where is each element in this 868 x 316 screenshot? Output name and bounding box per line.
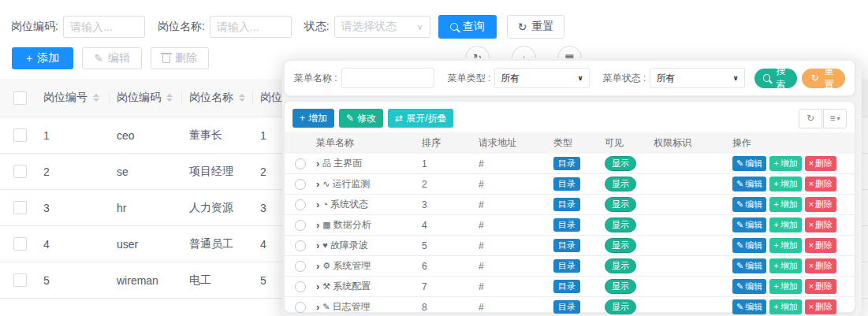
menu-name-input[interactable] [341,68,434,88]
sort-icon[interactable] [239,94,245,102]
menu-type-select[interactable]: 所有 ∨ [494,68,589,88]
cross-icon: × [809,260,814,271]
row-radio[interactable] [295,220,306,231]
header-menu-name: 菜单名称 [316,136,417,150]
row-radio[interactable] [295,302,306,313]
menu-reset-label: 重置 [821,65,836,91]
table-columns-button[interactable]: ≡ ▾ [823,109,847,128]
row-checkbox[interactable] [13,237,27,251]
row-add-button[interactable]: + 增加 [769,279,801,293]
posts-filter-bar: 岗位编码: 岗位名称: 状态: 请选择状态 ∨ 查询 ↻ 重置 [11,15,564,39]
post-code-input[interactable] [63,16,145,38]
row-radio[interactable] [295,158,306,169]
cross-icon: × [809,281,814,292]
plus-icon: + [773,199,778,210]
tree-expand-icon[interactable]: › [316,220,319,230]
order-cell: 7 [417,281,474,292]
tree-expand-icon[interactable]: › [316,179,319,189]
pencil-icon: ✎ [736,199,743,210]
menu-search-button[interactable]: 搜索 [754,69,798,88]
tree-expand-icon[interactable]: › [316,302,319,312]
row-add-button[interactable]: + 增加 [769,258,801,273]
row-edit-button[interactable]: ✎ 编辑 [732,197,766,211]
tree-expand-icon[interactable]: › [316,261,319,271]
select-all-checkbox[interactable] [13,91,27,105]
row-edit-button[interactable]: ✎ 编辑 [732,238,766,252]
header-post-id[interactable]: 岗位编号 [35,79,109,117]
delete-button[interactable]: 删除 [151,47,209,69]
row-add-button[interactable]: + 增加 [769,177,801,191]
tree-expand-icon[interactable]: › [316,281,319,292]
row-delete-button[interactable]: × 删除 [805,279,836,293]
sort-icon[interactable] [166,94,173,102]
search-button[interactable]: 查询 [438,15,497,39]
menu-modify-button[interactable]: ✎ 修改 [339,109,383,128]
menu-reset-button[interactable]: ↻ 重置 [802,69,845,88]
header-post-name[interactable]: 岗位名称 [181,79,252,117]
analysis-icon: ▦ [322,221,330,229]
table-refresh-button[interactable]: ↻ [799,109,822,128]
row-delete-button[interactable]: × 删除 [805,217,836,232]
row-radio[interactable] [295,261,306,272]
menu-add-button[interactable]: + 增加 [292,109,334,128]
menu-type-value: 所有 [501,72,520,85]
plus-icon: + [773,240,778,251]
edit-button[interactable]: ✎ 编辑 [82,47,142,69]
row-edit-button[interactable]: ✎ 编辑 [732,279,766,293]
tree-expand-icon[interactable]: › [316,199,319,210]
add-button[interactable]: + 添加 [12,47,73,69]
edit-button-label: 编辑 [108,51,130,65]
tree-expand-icon[interactable]: › [316,240,319,251]
row-add-button[interactable]: + 增加 [769,197,801,211]
url-cell: # [474,220,549,231]
sort-icon[interactable] [93,94,99,102]
header-order: 排序 [417,136,474,150]
row-radio[interactable] [295,199,306,210]
plus-icon: + [773,178,778,189]
order-cell: 1 [417,158,474,169]
row-radio[interactable] [295,281,306,292]
menu-status-select[interactable]: 所有 ∨ [650,68,744,88]
menu-name-cell: 主界面 [333,157,362,170]
plus-icon: + [26,53,32,64]
row-delete-button[interactable]: × 删除 [805,177,836,191]
row-edit-button[interactable]: ✎ 编辑 [732,156,766,170]
row-add-button[interactable]: + 增加 [769,217,801,232]
row-edit-button[interactable]: ✎ 编辑 [732,299,766,314]
row-checkbox[interactable] [13,128,27,142]
status-select[interactable]: 请选择状态 ∨ [334,16,430,38]
plus-icon: + [773,260,778,271]
url-cell: # [474,158,549,169]
row-edit-button[interactable]: ✎ 编辑 [732,217,766,232]
reset-button[interactable]: ↻ 重置 [507,15,565,39]
post-code-cell: user [109,238,181,251]
cross-icon: × [809,240,814,251]
row-delete-button[interactable]: × 删除 [805,156,836,170]
row-delete-button[interactable]: × 删除 [805,238,836,252]
row-add-button[interactable]: + 增加 [769,238,801,252]
row-add-button[interactable]: + 增加 [769,299,801,314]
tree-expand-icon[interactable]: › [316,158,319,169]
cross-icon: × [809,199,814,210]
row-edit-button[interactable]: ✎ 编辑 [732,177,766,191]
row-delete-button[interactable]: × 删除 [805,197,836,211]
row-checkbox[interactable] [13,201,27,214]
row-checkbox[interactable] [13,165,27,178]
header-post-code[interactable]: 岗位编码 [109,79,181,117]
menu-table-header: 菜单名称 排序 请求地址 类型 可见 权限标识 操作 [285,132,855,154]
post-name-input[interactable] [210,16,292,38]
select-all-cell [0,79,35,117]
row-add-button[interactable]: + 增加 [769,156,801,170]
row-edit-button[interactable]: ✎ 编辑 [732,258,766,273]
menu-search-label: 搜索 [773,65,789,91]
menu-table-row: › 品 主界面 1 # 目录 显示 ✎ [285,154,855,174]
row-delete-button[interactable]: × 删除 [805,258,836,273]
config-icon: ⚒ [322,282,330,291]
row-radio[interactable] [295,179,306,190]
expand-collapse-button[interactable]: ⇄ 展开/折叠 [388,109,453,128]
type-badge: 目录 [553,259,580,273]
row-checkbox[interactable] [13,273,27,287]
row-delete-button[interactable]: × 删除 [805,299,836,314]
header-ops: 操作 [728,136,855,150]
row-radio[interactable] [295,240,306,251]
